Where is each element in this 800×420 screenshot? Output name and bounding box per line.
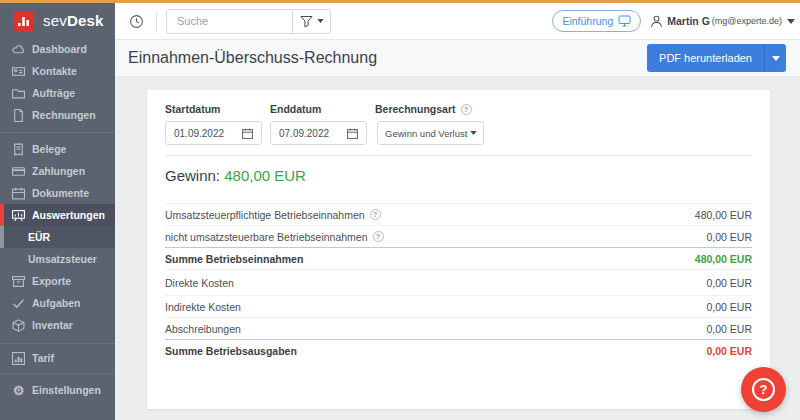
receipt-icon [12,143,25,156]
sidebar-item-umsatzsteuer[interactable]: Umsatzsteuer [0,248,115,270]
help-icon[interactable]: ? [373,231,384,242]
topbar: Suche Einführung Martin G (mg@experte.de… [115,3,800,40]
chevron-down-icon [317,19,324,23]
table-row: Umsatzsteuerpflichtige Betriebseinnahmen… [165,204,752,226]
table-row: Abschreibungen 0,00 EUR [165,318,752,340]
sidebar-item-euer[interactable]: EÜR [0,226,115,248]
check-icon [12,297,25,310]
sevdesk-logo-icon [14,11,34,31]
startdate-label: Startdatum [165,102,262,116]
calendar-icon[interactable] [242,128,253,139]
funnel-icon [300,15,313,28]
chevron-down-icon[interactable] [765,44,786,72]
sidebar-item-zahlungen[interactable]: Zahlungen [0,160,115,182]
table-row: Indirekte Kosten 0,00 EUR [165,296,752,318]
filter-button[interactable] [292,10,330,33]
credit-card-icon [12,165,25,178]
calculation-type-group: Berechnungsart? Gewinn und Verlust [375,102,484,145]
question-mark-icon: ? [752,378,775,401]
cube-icon [12,319,25,332]
table-row-sum-income: Summe Betriebseinnahmen 480,00 EUR [165,248,752,270]
report-card: Startdatum 01.09.2022 Enddatum 07.09.202… [147,90,770,409]
sidebar-item-dashboard[interactable]: Dashboard [0,38,115,60]
user-icon [650,15,663,28]
intro-button[interactable]: Einführung [552,10,641,32]
invoice-icon [12,109,25,122]
monitor-icon [618,15,631,27]
sidebar-item-belege[interactable]: Belege [0,138,115,160]
export-box-icon [12,275,25,288]
calculation-type-label: Berechnungsart? [375,102,484,116]
documents-icon [12,187,25,200]
calendar-icon[interactable] [347,128,358,139]
brand-logo[interactable]: sevDesk [0,3,115,38]
dashboard-icon [12,43,25,56]
report-table: Umsatzsteuerpflichtige Betriebseinnahmen… [165,203,752,362]
page-header: Einnahmen-Überschuss-Rechnung PDF herunt… [115,40,800,77]
table-row-sum-expenses: Summe Betriebsausgaben 0,00 EUR [165,340,752,362]
profit-line: Gewinn: 480,00 EUR [165,167,752,184]
sidebar-divider [0,132,115,133]
table-row: nicht umsatzsteuerbare Betriebseinnahmen… [165,226,752,248]
sidebar-item-auswertungen[interactable]: Auswertungen [0,204,115,226]
profit-value: 480,00 EUR [224,167,306,184]
enddate-input[interactable]: 07.09.2022 [270,121,367,145]
search-group: Suche [166,9,331,34]
tariff-chart-icon [12,352,25,365]
contact-card-icon [12,65,25,78]
enddate-label: Enddatum [270,102,367,116]
chevron-down-icon [470,131,477,135]
gear-icon: ⚙ [12,384,25,397]
history-clock-icon[interactable] [129,14,144,29]
help-icon[interactable]: ? [461,104,472,115]
sidebar-item-rechnungen[interactable]: Rechnungen [0,104,115,126]
profit-label: Gewinn: [165,167,220,184]
chevron-down-icon [787,19,795,24]
table-row: Direkte Kosten 0,00 EUR [165,270,752,296]
help-button[interactable]: ? [741,367,786,412]
search-input[interactable]: Suche [167,10,292,33]
sidebar-item-exporte[interactable]: Exporte [0,270,115,292]
sidebar-divider [0,373,115,374]
brand-name: sevDesk [43,12,104,29]
sidebar-item-inventar[interactable]: Inventar [0,314,115,336]
sidebar-item-einstellungen[interactable]: ⚙ Einstellungen [0,379,115,401]
sidebar-item-aufgaben[interactable]: Aufgaben [0,292,115,314]
sidebar-menu: Dashboard Kontakte Aufträge Rechnungen B… [0,38,115,401]
help-icon[interactable]: ? [370,209,381,220]
enddate-group: Enddatum 07.09.2022 [270,102,367,145]
sidebar-item-kontakte[interactable]: Kontakte [0,60,115,82]
sidebar: sevDesk Dashboard Kontakte Aufträge Rech… [0,3,115,420]
topbar-right: Einführung Martin G (mg@experte.de) [552,10,795,32]
startdate-group: Startdatum 01.09.2022 [165,102,262,145]
page-title: Einnahmen-Überschuss-Rechnung [128,49,377,67]
reports-icon [12,209,25,222]
folder-icon [12,87,25,100]
card-divider [165,155,752,156]
report-filters: Startdatum 01.09.2022 Enddatum 07.09.202… [165,102,752,145]
sidebar-item-tarif[interactable]: Tarif [0,347,115,369]
user-menu[interactable]: Martin G (mg@experte.de) [650,15,795,28]
sidebar-item-dokumente[interactable]: Dokumente [0,182,115,204]
sidebar-item-auftraege[interactable]: Aufträge [0,82,115,104]
topbar-divider [156,10,157,32]
sidebar-divider [0,343,115,344]
startdate-input[interactable]: 01.09.2022 [165,121,262,145]
calculation-type-select[interactable]: Gewinn und Verlust [377,121,484,145]
pdf-download-button[interactable]: PDF herunterladen [647,44,786,72]
top-accent-strip [0,0,800,3]
